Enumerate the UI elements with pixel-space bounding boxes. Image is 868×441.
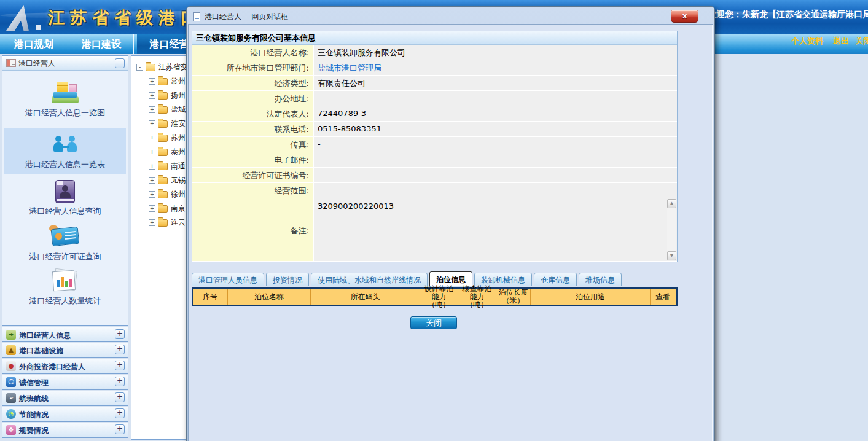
nav-tab-port-construction[interactable]: 港口建设	[69, 34, 134, 54]
document-icon	[193, 12, 200, 21]
phone-value: 0515-85083351	[313, 122, 677, 136]
legal-representative-value: 72440789-3	[313, 106, 677, 121]
folder-icon	[158, 149, 168, 156]
folder-icon	[158, 135, 168, 142]
tree-root-node[interactable]: -江苏省交	[136, 62, 188, 73]
tree-collapse-icon[interactable]: -	[136, 64, 143, 71]
tree-expand-icon[interactable]: +	[149, 106, 155, 113]
tree-expand-icon[interactable]: +	[149, 120, 155, 127]
tab-investment[interactable]: 投资情况	[266, 273, 309, 286]
tab-land-water-shoreline[interactable]: 使用陆域、水域和自然岸线情况	[311, 273, 428, 286]
tree-expand-icon[interactable]: +	[149, 92, 155, 99]
site-logo-icon	[6, 4, 43, 32]
col-serial-number: 序号	[193, 289, 227, 305]
remarks-scrollbar[interactable]: ▲ ▼	[667, 199, 676, 260]
expand-plus-button[interactable]: +	[115, 424, 125, 434]
tree-expand-icon[interactable]: +	[149, 78, 155, 85]
col-view: 查看	[650, 289, 675, 305]
expand-plus-button[interactable]: +	[115, 345, 125, 354]
tree-expand-icon[interactable]: +	[149, 191, 155, 198]
tree-expand-icon[interactable]: +	[149, 163, 155, 170]
welcome-user: 欢迎您：朱新龙	[708, 9, 768, 19]
tree-node-city[interactable]: +无锡	[149, 175, 186, 186]
remarks-textarea[interactable]: 320900200220013 ▲ ▼	[313, 198, 677, 261]
tree-node-city[interactable]: +淮安	[149, 119, 186, 130]
welcome-org-link[interactable]: 【江苏省交通运输厅港口局】	[768, 9, 868, 19]
tree-expand-icon[interactable]: +	[149, 219, 155, 226]
form-row: 港口经营人名称:三仓镇装卸服务有限公司	[192, 45, 677, 60]
operator-name-value: 三仓镇装卸服务有限公司	[313, 45, 677, 60]
sidebar-panel-fees[interactable]: ❖ 规费情况 +	[2, 423, 128, 438]
tab-warehouse-info[interactable]: 仓库信息	[534, 273, 577, 286]
sidebar-item-operator-info-query[interactable]: 港口经营人信息查询	[4, 180, 126, 217]
foreign-investment-icon: ●	[6, 361, 16, 371]
sidebar-panel-operator-info[interactable]: ➔ 港口经营人信息 +	[2, 327, 128, 342]
sidebar-item-license-query[interactable]: 港口经营许可证查询	[4, 224, 126, 262]
profile-link[interactable]: 个人资料	[791, 36, 823, 47]
folder-icon	[158, 177, 168, 184]
tree-expand-icon[interactable]: +	[149, 149, 155, 155]
logout-link[interactable]: 退出	[833, 36, 849, 47]
tab-yard-info[interactable]: 堆场信息	[579, 273, 622, 286]
tree-node-city[interactable]: +盐城	[149, 104, 186, 115]
tree-expand-icon[interactable]: +	[149, 135, 155, 141]
dialog-close-x-button[interactable]: x	[671, 10, 698, 23]
sidebar-item-operator-list[interactable]: 港口经营人信息一览表	[4, 128, 126, 174]
form-row: 经营范围:	[192, 183, 677, 198]
tree-expand-icon[interactable]: +	[149, 205, 155, 212]
col-berth-length: 泊位长度（米）	[496, 289, 530, 305]
license-card-icon	[49, 224, 81, 249]
infrastructure-icon: ▲	[6, 345, 16, 355]
expand-plus-button[interactable]: +	[115, 392, 125, 402]
company-info-form: 三仓镇装卸服务有限公司基本信息 港口经营人名称:三仓镇装卸服务有限公司 所在地市…	[192, 31, 678, 262]
tree-node-city[interactable]: +连云	[149, 217, 186, 228]
sidebar-panel-integrity-management[interactable]: ☺ 诚信管理 +	[2, 375, 128, 390]
open-folder-icon	[146, 64, 155, 71]
tree-node-city[interactable]: +常州	[149, 76, 186, 87]
folder-icon	[158, 78, 168, 85]
expand-plus-button[interactable]: +	[115, 361, 125, 370]
dialog-title: 港口经营人 -- 网页对话框	[205, 12, 288, 21]
col-berth-name: 泊位名称	[227, 289, 310, 305]
form-section-title: 三仓镇装卸服务有限公司基本信息	[192, 31, 677, 45]
expand-plus-button[interactable]: +	[115, 408, 125, 418]
sidebar-panel-title: 港口经营人	[18, 59, 55, 68]
nav-tab-port-planning[interactable]: 港口规划	[2, 34, 66, 54]
berth-table-header: 序号 泊位名称 所在码头 设计靠泊能力（吨） 核查靠泊能力（吨） 泊位长度（米）…	[192, 287, 678, 306]
dialog-title-bar[interactable]: 港口经营人 -- 网页对话框 x	[189, 9, 713, 25]
id-badge-icon	[55, 180, 75, 203]
sidebar-item-operator-overview-map[interactable]: 港口经营人信息一览图	[4, 80, 126, 119]
sidebar-panel-header[interactable]: 港口经营人 -	[2, 56, 128, 71]
tab-management-staff[interactable]: 港口管理人员信息	[192, 273, 264, 286]
authority-value: 盐城市港口管理局	[313, 60, 677, 75]
bar-chart-icon	[49, 268, 81, 293]
scroll-down-icon[interactable]: ▼	[667, 251, 676, 260]
sidebar-panel-flight-routes[interactable]: ➢ 航班航线 +	[2, 391, 128, 406]
tree-node-city[interactable]: +南通	[149, 161, 186, 172]
dialog-body: 三仓镇装卸服务有限公司基本信息 港口经营人名称:三仓镇装卸服务有限公司 所在地市…	[189, 25, 713, 441]
folder-icon	[158, 120, 168, 128]
sidebar-panel-foreign-investment[interactable]: ● 外商投资港口经营人 +	[2, 359, 128, 374]
form-row: 所在地市港口管理部门:盐城市港口管理局	[192, 60, 677, 76]
col-verified-capacity: 核查靠泊能力（吨）	[458, 289, 496, 305]
sidebar-item-operator-statistics[interactable]: 港口经营人数量统计	[4, 268, 126, 306]
tree-node-city[interactable]: +苏州	[149, 133, 186, 144]
sidebar-panel-port-infrastructure[interactable]: ▲ 港口基础设施 +	[2, 343, 128, 358]
col-design-capacity: 设计靠泊能力（吨）	[420, 289, 458, 305]
tree-node-city[interactable]: +徐州	[149, 189, 186, 200]
logo-triangle-icon	[6, 5, 34, 31]
tree-node-city[interactable]: +泰州	[149, 147, 186, 158]
scroll-up-icon[interactable]: ▲	[667, 199, 676, 208]
expand-plus-button[interactable]: +	[115, 329, 125, 339]
form-row: 法定代表人:72440789-3	[192, 106, 677, 122]
folder-icon	[158, 163, 168, 170]
dialog-close-button[interactable]: 关闭	[410, 316, 457, 329]
tree-expand-icon[interactable]: +	[149, 177, 155, 184]
tree-node-city[interactable]: +南京	[149, 203, 186, 214]
authority-link[interactable]: 盐城市港口管理局	[318, 63, 381, 72]
sidebar-panel-energy-saving[interactable]: ◔ 节能情况 +	[2, 407, 128, 422]
collapse-minus-button[interactable]: -	[115, 58, 125, 68]
tree-node-city[interactable]: +扬州	[149, 90, 186, 101]
expand-plus-button[interactable]: +	[115, 377, 125, 386]
close-link[interactable]: 关闭	[855, 36, 868, 47]
